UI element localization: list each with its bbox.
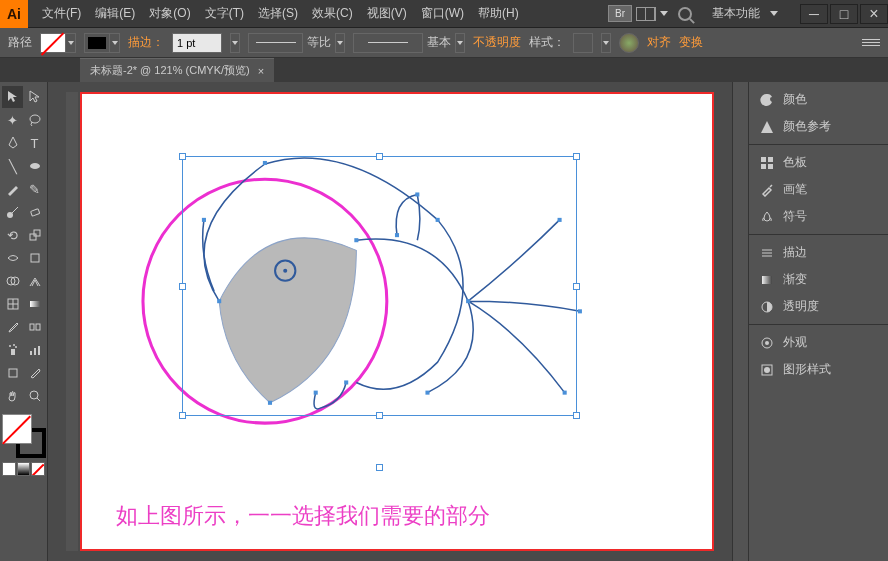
eraser-tool[interactable] [24,201,45,223]
profile-icon [248,33,303,53]
menu-select[interactable]: 选择(S) [252,1,304,26]
artboard[interactable]: 如上图所示，一一选择我们需要的部分 [80,92,714,551]
panel-menu-icon[interactable] [862,34,880,52]
shape-builder-tool[interactable] [2,270,23,292]
bridge-button[interactable]: Br [608,5,632,22]
panel-stroke[interactable]: 描边 [749,239,888,266]
rotate-handle[interactable] [376,464,383,471]
panel-symbols[interactable]: 符号 [749,203,888,230]
panel-brushes[interactable]: 画笔 [749,176,888,203]
free-transform-tool[interactable] [24,247,45,269]
selection-tool[interactable] [2,86,23,108]
stroke-weight-input[interactable]: 1 pt [172,33,222,53]
handle-e[interactable] [573,283,580,290]
brush-dropdown[interactable]: 基本 [353,33,465,53]
transparency-icon [759,299,775,315]
line-tool[interactable]: ╲ [2,155,23,177]
gradient-mode[interactable] [17,462,31,476]
rotate-tool[interactable]: ⟲ [2,224,23,246]
search-icon[interactable] [678,7,692,21]
panel-collapse-strip[interactable] [732,82,748,561]
panel-swatches[interactable]: 色板 [749,149,888,176]
blend-tool[interactable] [24,316,45,338]
panel-gradient[interactable]: 渐变 [749,266,888,293]
stroke-dropdown [110,33,120,53]
pencil-tool[interactable]: ✎ [24,178,45,200]
handle-s[interactable] [376,412,383,419]
perspective-grid-tool[interactable] [24,270,45,292]
svg-rect-31 [578,309,582,313]
gradient-tool[interactable] [24,293,45,315]
document-tab[interactable]: 未标题-2* @ 121% (CMYK/预览) × [80,58,274,82]
handle-se[interactable] [573,412,580,419]
column-graph-tool[interactable] [24,339,45,361]
artboard-tool[interactable] [2,362,23,384]
svg-rect-5 [34,230,40,236]
close-button[interactable]: × [860,4,888,24]
mesh-tool[interactable] [2,293,23,315]
menu-help[interactable]: 帮助(H) [472,1,525,26]
fill-swatch-group[interactable] [40,33,76,53]
pen-tool[interactable] [2,132,23,154]
slice-tool[interactable] [24,362,45,384]
swatches-icon [759,155,775,171]
panel-graphic-styles[interactable]: 图形样式 [749,356,888,383]
handle-n[interactable] [376,153,383,160]
style-swatch[interactable] [573,33,593,53]
symbol-sprayer-tool[interactable] [2,339,23,361]
svg-point-16 [15,346,17,348]
magic-wand-tool[interactable]: ✦ [2,109,23,131]
handle-ne[interactable] [573,153,580,160]
panel-dock-handle[interactable] [66,92,78,551]
transform-label[interactable]: 变换 [679,34,703,51]
stroke-weight-dd[interactable] [230,33,240,53]
menu-window[interactable]: 窗口(W) [415,1,470,26]
minimize-button[interactable]: ─ [800,4,828,24]
maximize-button[interactable]: □ [830,4,858,24]
layout-dropdown[interactable] [660,11,668,16]
menu-effect[interactable]: 效果(C) [306,1,359,26]
handle-sw[interactable] [179,412,186,419]
align-label[interactable]: 对齐 [647,34,671,51]
direct-selection-tool[interactable] [24,86,45,108]
lasso-tool[interactable] [24,109,45,131]
fill-swatch [40,33,66,53]
hand-tool[interactable] [2,385,23,407]
handle-nw[interactable] [179,153,186,160]
svg-point-0 [30,115,40,123]
menu-type[interactable]: 文字(T) [199,1,250,26]
blob-brush-tool[interactable] [2,201,23,223]
none-mode[interactable] [31,462,45,476]
eyedropper-tool[interactable] [2,316,23,338]
layout-icon[interactable] [636,7,656,21]
brush-icon [353,33,423,53]
menu-view[interactable]: 视图(V) [361,1,413,26]
workspace-switcher[interactable]: 基本功能 [702,2,788,25]
fill-stroke-indicator[interactable] [2,414,46,458]
stroke-swatch-group[interactable] [84,33,120,53]
type-tool[interactable]: T [24,132,45,154]
menu-object[interactable]: 对象(O) [143,1,196,26]
style-dd[interactable] [601,33,611,53]
opacity-label[interactable]: 不透明度 [473,34,521,51]
panel-transparency[interactable]: 透明度 [749,293,888,320]
zoom-tool[interactable] [24,385,45,407]
recolor-button[interactable] [619,33,639,53]
profile-dropdown[interactable]: 等比 [248,33,345,53]
menu-file[interactable]: 文件(F) [36,1,87,26]
width-tool[interactable] [2,247,23,269]
panel-appearance[interactable]: 外观 [749,329,888,356]
panel-color-guide[interactable]: 颜色参考 [749,113,888,140]
tab-close-button[interactable]: × [258,65,264,77]
ellipse-tool[interactable] [24,155,45,177]
color-mode[interactable] [2,462,16,476]
main-area: ✦ T ╲ ✎ ⟲ [0,82,888,561]
svg-point-15 [13,344,15,346]
fill-dropdown [66,33,76,53]
paintbrush-tool[interactable] [2,178,23,200]
menu-edit[interactable]: 编辑(E) [89,1,141,26]
panel-color[interactable]: 颜色 [749,86,888,113]
instruction-text: 如上图所示，一一选择我们需要的部分 [116,501,490,531]
scale-tool[interactable] [24,224,45,246]
handle-w[interactable] [179,283,186,290]
